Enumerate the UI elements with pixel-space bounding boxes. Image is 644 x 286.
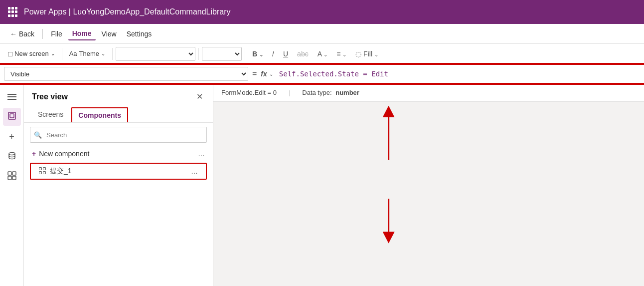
toolbar: □ New screen ⌄ Aa Theme ⌄ B ⌄ / U abc A …	[0, 44, 644, 64]
equals-sign: =	[250, 69, 259, 78]
formula-bar: Visible = fx ⌄	[0, 64, 644, 84]
property-select[interactable]: Visible	[4, 67, 248, 81]
svg-rect-5	[8, 176, 11, 180]
tree-search: 🔍	[30, 127, 207, 143]
menu-home[interactable]: Home	[68, 27, 96, 40]
new-component-button[interactable]: + New component …	[24, 147, 213, 161]
fill-icon: ◌	[355, 50, 361, 58]
menu-settings[interactable]: Settings	[123, 28, 156, 40]
data-type-label: Data type: number	[302, 89, 359, 96]
back-button[interactable]: ← Back	[6, 28, 38, 40]
tab-components[interactable]: Components	[71, 107, 128, 122]
info-bar: FormMode.Edit = 0 | Data type: number	[213, 84, 644, 102]
component-grid-icon	[39, 167, 46, 176]
hamburger-menu-button[interactable]	[3, 88, 21, 106]
svg-rect-7	[39, 167, 42, 170]
main-layout: + Tree view	[0, 84, 644, 286]
tree-panel: Tree view ✕ Screens Components 🔍 + New c…	[24, 84, 213, 286]
svg-rect-1	[10, 114, 14, 118]
theme-chevron-icon: ⌄	[101, 51, 105, 56]
top-bar: Power Apps | LuoYongDemoApp_DefaultComma…	[0, 0, 644, 24]
tree-close-button[interactable]: ✕	[194, 90, 205, 103]
svg-rect-0	[8, 112, 15, 119]
svg-point-2	[9, 153, 15, 155]
svg-rect-4	[12, 172, 16, 175]
annotation-arrows	[213, 102, 644, 286]
italic-button[interactable]: /	[268, 48, 278, 60]
underline-button[interactable]: U	[279, 48, 292, 60]
toolbar-separator-4	[245, 48, 245, 60]
align-chevron-icon: ⌄	[342, 52, 346, 57]
search-input[interactable]	[30, 127, 207, 143]
add-icon: +	[9, 132, 14, 142]
info-separator: |	[289, 89, 290, 96]
font-size-select[interactable]	[202, 47, 242, 61]
new-screen-icon: □	[8, 49, 12, 58]
new-screen-button[interactable]: □ New screen ⌄	[4, 47, 59, 60]
plus-icon: +	[32, 150, 36, 158]
svg-rect-9	[39, 171, 42, 174]
item-more-icon[interactable]: …	[191, 167, 198, 175]
svg-rect-8	[43, 167, 46, 170]
add-icon-button[interactable]: +	[3, 128, 21, 146]
theme-icon: Aa	[69, 50, 77, 57]
svg-rect-10	[43, 171, 46, 174]
font-color-chevron-icon: ⌄	[323, 52, 327, 57]
tree-tabs: Screens Components	[24, 107, 213, 123]
menu-file[interactable]: File	[47, 28, 66, 40]
svg-rect-3	[8, 172, 11, 175]
menu-separator	[42, 29, 43, 39]
toolbar-separator-1	[62, 48, 62, 60]
toolbar-separator-2	[112, 48, 113, 60]
theme-button[interactable]: Aa Theme ⌄	[65, 48, 109, 59]
layers-icon	[7, 111, 16, 122]
tab-screens[interactable]: Screens	[32, 107, 69, 122]
fx-button[interactable]: fx ⌄	[261, 70, 273, 78]
back-arrow-icon: ←	[10, 30, 17, 38]
canvas-area: FormMode.Edit = 0 | Data type: number	[213, 84, 644, 286]
bold-chevron-icon: ⌄	[259, 52, 263, 57]
align-button[interactable]: ≡ ⌄	[332, 48, 350, 60]
tree-title: Tree view	[32, 92, 68, 101]
data-icon-button[interactable]	[3, 148, 21, 166]
bold-button[interactable]: B ⌄	[248, 48, 267, 60]
font-color-button[interactable]: A ⌄	[314, 48, 331, 60]
app-title: Power Apps | LuoYongDemoApp_DefaultComma…	[24, 7, 230, 16]
components-icon	[7, 171, 16, 182]
svg-rect-6	[12, 176, 16, 180]
component-item-label: 提交_1	[50, 167, 72, 176]
list-item[interactable]: 提交_1 …	[30, 163, 207, 180]
hamburger-icon	[5, 92, 18, 102]
layers-icon-button[interactable]	[3, 108, 21, 126]
apps-icon[interactable]	[8, 7, 18, 17]
fx-chevron-icon: ⌄	[269, 71, 273, 77]
formula-input[interactable]	[275, 70, 640, 78]
font-family-select[interactable]	[116, 47, 195, 61]
search-icon: 🔍	[34, 131, 42, 139]
strikethrough-button[interactable]: abc	[293, 48, 313, 60]
more-options-icon[interactable]: …	[198, 150, 205, 158]
fill-chevron-icon: ⌄	[374, 52, 378, 57]
data-icon	[7, 151, 16, 162]
components-icon-button[interactable]	[3, 168, 21, 186]
toolbar-separator-3	[198, 48, 199, 60]
sidebar-icons: +	[0, 84, 24, 286]
menu-bar: ← Back File Home View Settings	[0, 24, 644, 44]
formula-result: FormMode.Edit = 0	[221, 89, 277, 96]
new-screen-chevron-icon: ⌄	[51, 51, 55, 56]
tree-header: Tree view ✕	[24, 84, 213, 107]
fill-button[interactable]: ◌ Fill ⌄	[351, 48, 382, 60]
menu-view[interactable]: View	[98, 28, 121, 40]
